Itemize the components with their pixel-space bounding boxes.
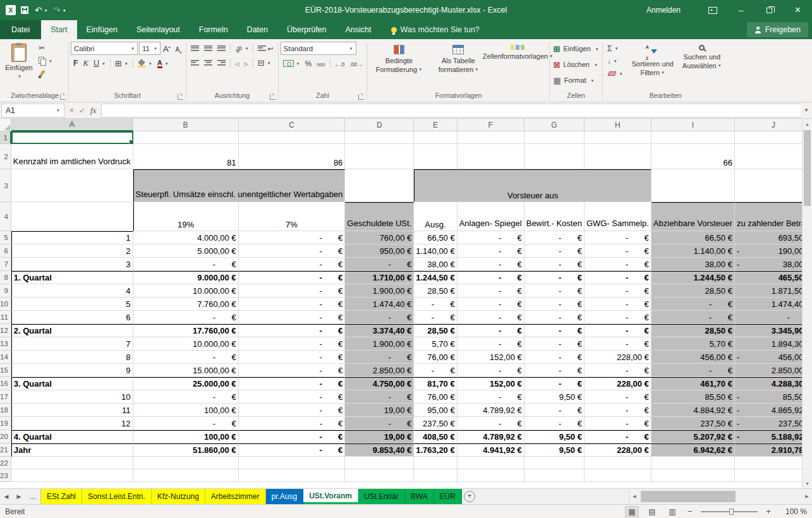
cell-H6[interactable]: - € [585,244,651,258]
cell-C6[interactable]: - € [239,244,346,258]
number-dialog-launcher-icon[interactable] [358,94,364,100]
number-format-select[interactable]: Standard [281,42,356,55]
sheet-tab-USt.Voranm[interactable]: USt.Voranm [303,489,358,504]
cell-C18[interactable]: - € [239,404,346,417]
delete-cells-dropdown-icon[interactable] [593,61,598,68]
cell-I19[interactable]: 237,50 € [651,417,735,430]
scroll-right-icon[interactable]: ▶ [802,494,812,499]
sort-filter-button[interactable]: Sortieren und Filtern [628,42,677,78]
cell-J23[interactable] [735,469,802,482]
cell-G23[interactable] [524,469,585,482]
cell-B23[interactable] [133,469,239,482]
cell-E14[interactable]: 76,00 € [414,351,457,364]
clear-button[interactable] [605,67,626,80]
cell-I3[interactable] [651,169,735,202]
align-middle-button[interactable] [202,42,215,54]
cell-E16[interactable]: 81,70 € [414,377,457,390]
cell-D22[interactable] [345,457,414,469]
cell-F11[interactable]: - € [458,311,524,324]
format-cells-dropdown-icon[interactable] [590,76,595,84]
cell-I11[interactable]: - € [651,311,735,324]
insert-cells-dropdown-icon[interactable] [594,45,599,52]
cell-G2[interactable] [524,144,585,169]
cell-J9[interactable]: 1.871,50 € [735,284,802,298]
cell-A14[interactable]: 8 [11,351,133,364]
cell-G22[interactable] [524,457,585,469]
cell-I10[interactable]: - € [651,298,735,311]
cell-H16[interactable]: 228,00 € [585,377,651,390]
cell-H14[interactable]: 228,00 € [585,351,651,364]
cell-F9[interactable]: - € [458,284,524,298]
scroll-up-icon[interactable]: ▲ [803,119,812,129]
cell-H4[interactable]: GWG- Sammelp. [585,202,651,231]
cell-H10[interactable]: - € [585,298,651,311]
tab-scroll-left-icon[interactable]: ◀ [0,489,13,504]
cell-E11[interactable]: - € [414,311,457,324]
decrease-decimal-button[interactable] [347,57,365,69]
cell-A15[interactable]: 9 [11,364,133,377]
cell-F20[interactable]: 4.789,92 € [458,430,524,443]
cell-H8[interactable]: - € [585,271,651,284]
conditional-formatting-dropdown-icon[interactable] [417,66,422,73]
clipboard-dialog-launcher-icon[interactable] [60,94,66,100]
fill-dropdown-icon[interactable] [612,55,617,66]
cell-C16[interactable]: - € [239,377,346,390]
cell-D11[interactable]: - € [345,311,414,324]
cell-J11[interactable]: - € [735,311,802,324]
cell-A18[interactable]: 11 [11,404,133,417]
cell-F15[interactable]: - € [458,364,524,377]
underline-dropdown-icon[interactable] [100,57,106,69]
find-select-button[interactable]: Suchen und Auswählen [677,42,727,71]
cell-E17[interactable]: 76,00 € [414,390,457,404]
underline-button[interactable]: U [91,57,108,69]
cell-A7[interactable]: 3 [11,258,133,271]
cell-A17[interactable]: 10 [11,390,133,404]
cell-E7[interactable]: 38,00 € [414,258,457,271]
merge-center-button[interactable] [255,56,274,69]
cell-J13[interactable]: 1.894,30 € [735,337,802,351]
cell-H23[interactable] [585,469,651,482]
format-as-table-dropdown-icon[interactable] [473,66,478,73]
cell-G14[interactable]: - € [524,351,585,364]
font-dialog-launcher-icon[interactable] [178,94,183,100]
cell-I14[interactable]: 456,00 € [651,351,735,364]
cell-styles-button[interactable]: Zellenformatvorlagen [488,42,547,61]
cell-H19[interactable]: - € [585,417,651,430]
ribbon-display-options-button[interactable] [698,0,727,20]
zoom-out-button[interactable]: − [686,507,694,516]
format-cells-button[interactable]: Format [552,73,600,87]
cell-I17[interactable]: 85,50 € [651,390,735,404]
orientation-button[interactable] [233,42,251,54]
cell-A9[interactable]: 4 [11,284,133,298]
undo-dropdown-icon[interactable]: ▾ [45,8,47,13]
cell-J5[interactable]: 693,50 € [735,231,802,244]
cell-D6[interactable]: 950,00 € [345,244,414,258]
ribbon-tab-Start[interactable]: Start [41,20,76,39]
cell-A22[interactable] [11,457,133,469]
ribbon-tab-Daten[interactable]: Daten [238,20,277,39]
sheet-tab-Kfz-Nutzung[interactable]: Kfz-Nutzung [152,489,205,504]
cell-H13[interactable]: - € [585,337,651,351]
comma-style-button[interactable] [314,57,327,69]
cell-I6[interactable]: 1.140,00 € [651,244,735,258]
cell-B20[interactable]: 100,00 € [133,430,239,443]
cell-A6[interactable]: 2 [11,244,133,258]
formula-input[interactable] [102,104,801,117]
cell-C7[interactable]: - € [239,258,346,271]
ribbon-tab-Datei[interactable]: Datei [0,20,41,39]
horizontal-scroll-thumb[interactable] [641,491,736,502]
cell-F19[interactable]: - € [458,417,524,430]
cell-A12[interactable]: 2. Quartal [11,324,133,337]
cell-E19[interactable]: 237,50 € [414,417,457,430]
cell-C21[interactable]: - € [239,443,346,457]
column-header-H[interactable]: H [585,119,651,131]
cell-D1[interactable] [345,131,414,144]
cell-G15[interactable]: - € [524,364,585,377]
cell-H18[interactable]: - € [585,404,651,417]
cell-A10[interactable]: 5 [11,298,133,311]
cell-D9[interactable]: 1.900,00 € [345,284,414,298]
cell-G13[interactable]: - € [524,337,585,351]
formula-bar-expand-icon[interactable]: ▼ [801,107,812,113]
sheet-tab-Arbeitszimmer[interactable]: Arbeitszimmer [205,489,266,504]
cell-A16[interactable]: 3. Quartal [11,377,133,390]
